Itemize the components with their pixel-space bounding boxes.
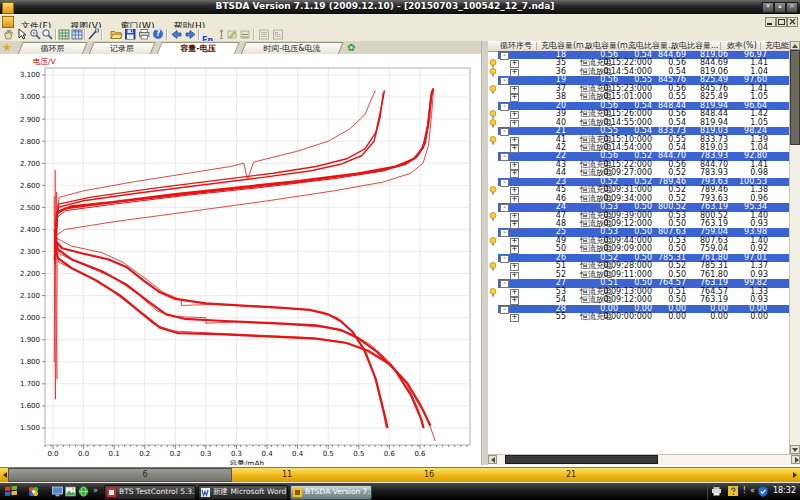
expand-toggle[interactable]: + bbox=[510, 314, 519, 322]
quicklaunch-images-icon[interactable] bbox=[65, 486, 76, 497]
add-view-flower-icon[interactable]: ✿ bbox=[347, 41, 355, 54]
capacity-voltage-chart[interactable]: 3.1003.0002.9002.8002.7002.6002.5002.400… bbox=[0, 54, 481, 465]
collapse-toggle[interactable]: - bbox=[500, 306, 509, 314]
expand-toggle[interactable]: + bbox=[510, 170, 519, 178]
collapse-toggle[interactable]: - bbox=[500, 77, 509, 85]
tree-view-icon[interactable] bbox=[272, 28, 285, 41]
scroll-up-button[interactable] bbox=[790, 41, 800, 50]
axis-ticks bbox=[42, 75, 467, 449]
record-layer-icon[interactable] bbox=[71, 28, 84, 41]
save-icon[interactable] bbox=[124, 28, 137, 41]
column-header[interactable]: 充电能量(m. bbox=[765, 41, 790, 51]
svg-text:1.500: 1.500 bbox=[20, 424, 40, 432]
svg-text:3.000: 3.000 bbox=[20, 93, 40, 101]
horizontal-scroll-thumb[interactable] bbox=[505, 455, 658, 464]
tray-input-method-icon[interactable] bbox=[728, 486, 738, 496]
taskbar-button-word[interactable]: 新建 Microsoft Word... bbox=[198, 485, 288, 500]
favorite-star-icon[interactable]: ★ bbox=[2, 41, 12, 54]
collapse-toggle[interactable]: - bbox=[500, 280, 509, 288]
scroll-right-button[interactable] bbox=[791, 455, 800, 464]
restore-button[interactable]: ▴ bbox=[774, 2, 786, 13]
expand-toggle[interactable]: + bbox=[510, 120, 519, 128]
slider-tick-label: 11 bbox=[282, 470, 292, 479]
collapse-toggle[interactable]: - bbox=[500, 179, 509, 187]
svg-text:0.6: 0.6 bbox=[414, 450, 426, 458]
list-view-icon[interactable] bbox=[258, 28, 271, 41]
collapse-toggle[interactable]: - bbox=[500, 128, 509, 136]
back-icon[interactable] bbox=[170, 28, 183, 41]
expand-toggle[interactable]: + bbox=[510, 221, 519, 229]
tray-alert-glyph: ! bbox=[743, 486, 746, 495]
svg-text:1.700: 1.700 bbox=[20, 380, 40, 388]
zoom-icon[interactable] bbox=[41, 28, 54, 41]
edit-marker2-icon[interactable] bbox=[239, 28, 252, 41]
svg-text:2.600: 2.600 bbox=[20, 182, 40, 190]
collapse-toggle[interactable]: - bbox=[500, 204, 509, 212]
svg-text:2.500: 2.500 bbox=[20, 204, 40, 212]
svg-text:0.0: 0.0 bbox=[78, 450, 89, 458]
expand-toggle[interactable]: + bbox=[510, 246, 519, 254]
expand-toggle[interactable]: + bbox=[510, 111, 519, 119]
print-icon[interactable] bbox=[138, 28, 151, 41]
svg-text:0.2: 0.2 bbox=[170, 450, 181, 458]
svg-text:2.700: 2.700 bbox=[20, 160, 40, 168]
expand-toggle[interactable]: + bbox=[510, 145, 519, 153]
mdi-minimize-button[interactable] bbox=[765, 17, 776, 27]
cycle-layer-icon[interactable] bbox=[58, 28, 71, 41]
taskbar-button-btstestcontrol[interactable]: BTS TestControl 5.3.... bbox=[104, 485, 196, 500]
table-row-record[interactable]: +55恒流充电0:00:00:0000.000.000.00 bbox=[488, 313, 790, 321]
title-bar[interactable]: BTSDA Version 7.1.19 (2009.12.10) - [201… bbox=[0, 0, 800, 14]
mdi-close-button[interactable] bbox=[787, 17, 798, 27]
language-en-icon[interactable]: En bbox=[202, 28, 215, 41]
column-header[interactable]: 循环序号 bbox=[500, 41, 532, 51]
axis-tick-labels: 3.1003.0002.9002.8002.7002.6002.5002.400… bbox=[20, 71, 426, 458]
tray-shield-icon[interactable] bbox=[758, 486, 768, 497]
start-button[interactable] bbox=[5, 486, 18, 497]
taskbar-button-btsda[interactable]: BTSDA Version 7.1.1... bbox=[290, 485, 372, 500]
expand-toggle[interactable]: + bbox=[510, 187, 519, 195]
expand-toggle[interactable]: + bbox=[510, 94, 519, 102]
forward-icon[interactable] bbox=[184, 28, 197, 41]
collapse-toggle[interactable]: - bbox=[500, 103, 509, 111]
collapse-toggle[interactable]: - bbox=[500, 229, 509, 237]
pan-hand-icon[interactable] bbox=[2, 28, 15, 41]
collapse-toggle[interactable]: - bbox=[500, 255, 509, 263]
table-horizontal-scrollbar[interactable] bbox=[488, 454, 800, 465]
slider-tick-label: 16 bbox=[424, 470, 434, 479]
quicklaunch-overflow-chevron[interactable]: » bbox=[93, 486, 98, 495]
slider-thumb[interactable] bbox=[8, 468, 232, 482]
cycle-table-panel: 循环序号充电容量(m...放电容量(m...充电比容量...放电比容量...效率… bbox=[488, 41, 800, 465]
tray-collapse-chevron[interactable]: « bbox=[750, 486, 755, 495]
tab-bar: ★ 循环层 记录层 容量-电压 时间-电压&电流 ✿ bbox=[0, 41, 488, 55]
svg-text:2.900: 2.900 bbox=[20, 116, 40, 124]
svg-text:0.5: 0.5 bbox=[323, 450, 334, 458]
tray-printer-icon[interactable] bbox=[711, 486, 722, 496]
svg-text:0.0: 0.0 bbox=[47, 450, 58, 458]
cycle-range-slider[interactable]: 6111621 bbox=[0, 467, 800, 482]
minimize-button[interactable]: ▾ bbox=[762, 2, 774, 13]
mdi-restore-button[interactable] bbox=[776, 17, 787, 27]
open-folder-icon[interactable] bbox=[110, 28, 123, 41]
line-tool-icon[interactable] bbox=[87, 28, 100, 41]
quicklaunch-browser-icon[interactable] bbox=[78, 486, 89, 497]
help-icon[interactable]: ? bbox=[152, 28, 165, 41]
edit-marker-icon[interactable] bbox=[226, 28, 239, 41]
svg-text:2.300: 2.300 bbox=[20, 248, 40, 256]
expand-toggle[interactable]: + bbox=[510, 272, 519, 280]
collapse-toggle[interactable]: - bbox=[500, 52, 509, 60]
close-button[interactable]: × bbox=[786, 2, 798, 13]
vertical-scroll-thumb[interactable] bbox=[790, 50, 800, 145]
collapse-toggle[interactable]: - bbox=[500, 153, 509, 161]
select-cursor-icon[interactable] bbox=[16, 28, 29, 41]
scroll-left-button[interactable] bbox=[488, 455, 497, 464]
svg-text:0.3: 0.3 bbox=[231, 450, 242, 458]
scroll-down-button[interactable] bbox=[790, 445, 800, 454]
table-vertical-scrollbar[interactable] bbox=[789, 41, 800, 455]
expand-toggle[interactable]: + bbox=[510, 297, 519, 305]
quicklaunch-360-icon[interactable] bbox=[28, 486, 39, 497]
column-header[interactable]: 充电容量(m... bbox=[541, 41, 592, 51]
expand-toggle[interactable]: + bbox=[510, 69, 519, 77]
expand-toggle[interactable]: + bbox=[510, 196, 519, 204]
quicklaunch-desktop-icon[interactable] bbox=[52, 486, 63, 497]
svg-text:3.100: 3.100 bbox=[20, 71, 40, 79]
